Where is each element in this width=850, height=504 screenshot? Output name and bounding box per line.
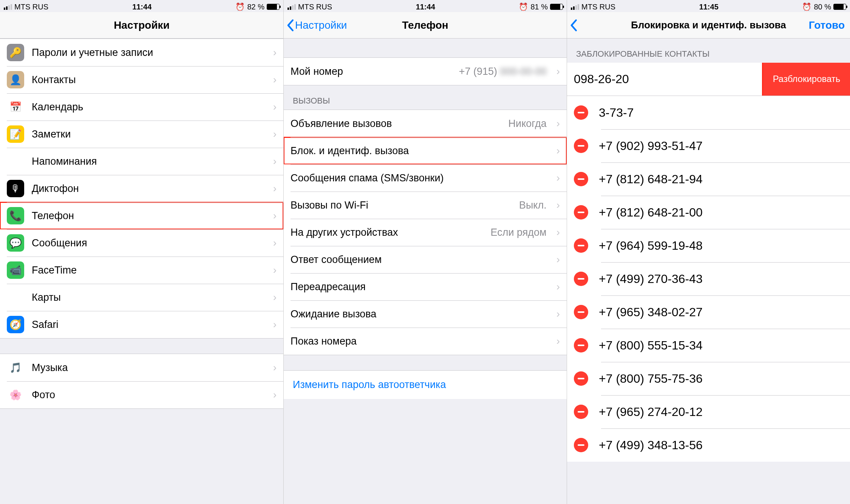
blocked-number: +7 (499) 270-36-43 — [599, 272, 703, 286]
blocked-row[interactable]: +7 (800) 555-15-34 — [567, 329, 850, 362]
app-icon: 🔑 — [7, 44, 24, 61]
panel-phone: MTS RUS 11:44 ⏰ 81 % Настройки Телефон М… — [283, 0, 567, 504]
delete-icon[interactable] — [574, 371, 588, 386]
chevron-right-icon: › — [556, 281, 560, 293]
phone-setting-row[interactable]: Блок. и идентиф. вызова › — [284, 137, 567, 164]
blocked-number: +7 (965) 274-20-12 — [599, 405, 703, 419]
phone-setting-row[interactable]: Переадресация › — [284, 273, 567, 300]
settings-row[interactable]: 📹 FaceTime › — [0, 257, 283, 284]
row-value: Никогда — [508, 118, 547, 130]
back-label: Настройки — [295, 19, 347, 31]
my-number-value: +7 (915) 000-00-00 — [459, 66, 547, 77]
blocked-number: 3-73-7 — [599, 106, 634, 120]
blocked-number: +7 (812) 648-21-94 — [599, 172, 703, 186]
carrier-label: MTS RUS — [581, 3, 615, 11]
back-button[interactable] — [569, 12, 578, 38]
phone-setting-row[interactable]: Вызовы по Wi-Fi Выкл. › — [284, 192, 567, 219]
blocked-row[interactable]: +7 (965) 274-20-12 — [567, 395, 850, 428]
blocked-row[interactable]: +7 (812) 648-21-00 — [567, 196, 850, 229]
chevron-left-icon — [286, 19, 294, 32]
blocked-row[interactable]: +7 (964) 599-19-48 — [567, 229, 850, 262]
blocked-row[interactable]: 3-73-7 — [567, 96, 850, 129]
settings-row[interactable]: ☑ Напоминания › — [0, 148, 283, 175]
clock: 11:45 — [699, 3, 719, 11]
delete-icon[interactable] — [574, 438, 588, 452]
delete-icon[interactable] — [574, 305, 588, 319]
row-label: Музыка — [32, 362, 266, 374]
row-label: Сообщения спама (SMS/звонки) — [291, 172, 549, 184]
row-label: Напоминания — [32, 156, 266, 167]
blocked-row[interactable]: +7 (800) 755-75-36 — [567, 362, 850, 395]
nav-bar: Блокировка и идентиф. вызова Готово — [567, 12, 850, 39]
row-value: Выкл. — [519, 199, 547, 211]
settings-row[interactable]: 💬 Сообщения › — [0, 229, 283, 257]
done-button[interactable]: Готово — [809, 12, 845, 38]
settings-row[interactable]: 📝 Заметки › — [0, 121, 283, 148]
blocked-number: +7 (965) 348-02-27 — [599, 305, 703, 319]
row-my-number[interactable]: Мой номер +7 (915) 000-00-00 › — [284, 58, 567, 85]
settings-list: 🔑 Пароли и учетные записи › 👤 Контакты ›… — [0, 39, 283, 339]
blocked-list: 3-73-7 +7 (902) 993-51-47 +7 (812) 648-2… — [567, 96, 850, 462]
blocked-row[interactable]: +7 (902) 993-51-47 — [567, 129, 850, 162]
app-icon: 📹 — [7, 261, 24, 279]
page-title: Настройки — [114, 19, 170, 31]
settings-row[interactable]: 🌸 Фото › — [0, 381, 283, 408]
back-button[interactable]: Настройки — [286, 12, 347, 38]
chevron-right-icon: › — [556, 65, 560, 77]
blocked-row-swiped[interactable]: 098-26-20 Разблокировать — [567, 63, 850, 96]
alarm-icon: ⏰ — [235, 2, 245, 11]
settings-row[interactable]: 📞 Телефон › — [0, 202, 283, 229]
row-label: Контакты — [32, 74, 266, 86]
delete-icon[interactable] — [574, 172, 588, 186]
signal-icon — [571, 4, 579, 10]
blocked-row[interactable]: +7 (499) 270-36-43 — [567, 262, 850, 295]
delete-icon[interactable] — [574, 338, 588, 352]
unblock-button[interactable]: Разблокировать — [763, 63, 850, 96]
phone-setting-row[interactable]: Показ номера › — [284, 328, 567, 355]
chevron-right-icon: › — [273, 128, 277, 140]
change-voicemail-password[interactable]: Изменить пароль автоответчика — [284, 370, 567, 399]
chevron-right-icon: › — [273, 155, 277, 167]
chevron-right-icon: › — [273, 264, 277, 276]
phone-setting-row[interactable]: Ожидание вызова › — [284, 300, 567, 328]
chevron-right-icon: › — [556, 117, 560, 130]
settings-row[interactable]: 🗺 Карты › — [0, 284, 283, 311]
phone-setting-row[interactable]: Ответ сообщением › — [284, 246, 567, 273]
delete-icon[interactable] — [574, 139, 588, 153]
row-label: Карты — [32, 292, 266, 303]
row-label: На других устройствах — [291, 227, 483, 238]
clock: 11:44 — [416, 3, 435, 11]
battery-pct: 82 % — [247, 3, 264, 11]
app-icon: 🌸 — [7, 386, 24, 404]
blocked-row[interactable]: +7 (812) 648-21-94 — [567, 162, 850, 196]
battery-pct: 80 % — [814, 3, 831, 11]
phone-setting-row[interactable]: Объявление вызовов Никогда › — [284, 110, 567, 137]
blocked-row[interactable]: +7 (965) 348-02-27 — [567, 295, 850, 329]
row-label: Блок. и идентиф. вызова — [291, 145, 549, 157]
signal-icon — [4, 4, 12, 10]
delete-icon[interactable] — [574, 272, 588, 286]
page-title: Блокировка и идентиф. вызова — [631, 19, 786, 31]
chevron-right-icon: › — [273, 362, 277, 374]
row-label: Фото — [32, 389, 266, 401]
delete-icon[interactable] — [574, 238, 588, 253]
delete-icon[interactable] — [574, 105, 588, 120]
carrier-label: MTS RUS — [298, 3, 332, 11]
settings-row[interactable]: 🧭 Safari › — [0, 311, 283, 338]
chevron-right-icon: › — [273, 210, 277, 222]
phone-setting-row[interactable]: Сообщения спама (SMS/звонки) › — [284, 164, 567, 192]
chevron-right-icon: › — [273, 237, 277, 249]
settings-row[interactable]: 🔑 Пароли и учетные записи › — [0, 39, 283, 66]
delete-icon[interactable] — [574, 405, 588, 419]
nav-bar: Настройки Телефон — [284, 12, 567, 39]
app-icon: 🎵 — [7, 359, 24, 376]
settings-row[interactable]: 👤 Контакты › — [0, 66, 283, 93]
settings-row[interactable]: 🎵 Музыка › — [0, 354, 283, 381]
delete-icon[interactable] — [574, 205, 588, 220]
chevron-right-icon: › — [273, 389, 277, 401]
settings-row[interactable]: 🎙 Диктофон › — [0, 175, 283, 202]
blocked-row[interactable]: +7 (499) 348-13-56 — [567, 428, 850, 462]
phone-setting-row[interactable]: На других устройствах Если рядом › — [284, 219, 567, 246]
row-label: Пароли и учетные записи — [32, 47, 266, 59]
settings-row[interactable]: 📅 Календарь › — [0, 93, 283, 121]
